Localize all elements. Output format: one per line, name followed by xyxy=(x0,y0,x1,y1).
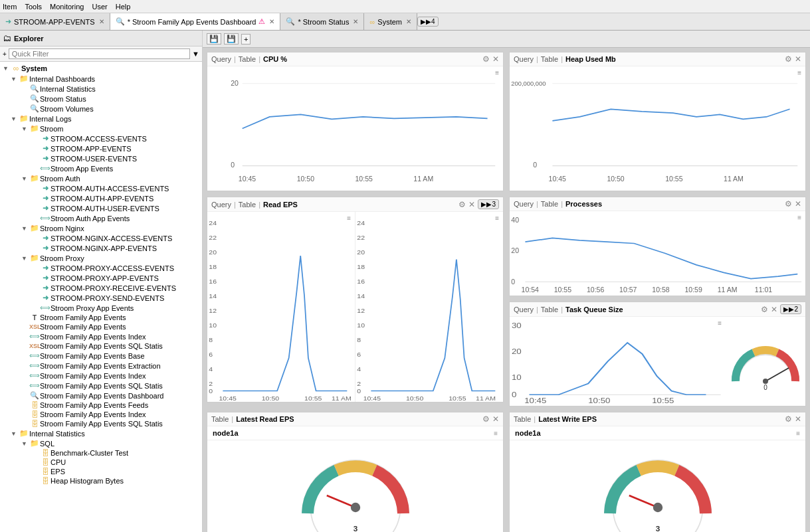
tab-close-icon[interactable]: ✕ xyxy=(269,18,274,25)
table-link-cpu[interactable]: Table xyxy=(239,55,256,63)
sidebar-item-auth-app-events[interactable]: ⟺ Stroom Auth App Events xyxy=(0,213,202,223)
sidebar-item-stroom[interactable]: ▼ 📁 Stroom xyxy=(0,124,202,133)
sidebar-item-proxy-app-events[interactable]: ⟺ Stroom Proxy App Events xyxy=(0,303,202,313)
tab-overflow-badge[interactable]: ▶▶4 xyxy=(417,17,439,27)
sidebar-item-nginx-app[interactable]: ➜ STROOM-NGINX-APP-EVENTS xyxy=(0,243,202,253)
feed-icon: ➜ xyxy=(40,234,51,242)
sidebar-item-family-index[interactable]: ⟺ Stroom Family App Events Index xyxy=(0,331,202,341)
settings-icon[interactable]: ⚙ xyxy=(785,54,792,64)
menu-item-tools[interactable]: Tools xyxy=(25,3,42,11)
table-link-lw[interactable]: Table xyxy=(514,415,531,423)
sidebar-item-stroom-user-events[interactable]: ➜ STROOM-USER-EVENTS xyxy=(0,153,202,163)
sidebar-item-stroom-nginx[interactable]: ▼ 📁 Stroom Nginx xyxy=(0,223,202,233)
barrel-icon3: 🗄 xyxy=(29,410,40,418)
menu-item-monitoring[interactable]: Monitoring xyxy=(50,3,84,11)
tab-stroom-app-events[interactable]: ➜ STROOM-APP-EVENTS ✕ xyxy=(0,13,110,31)
overflow-badge-tq[interactable]: ▶▶2 xyxy=(780,304,801,314)
close-icon[interactable]: ✕ xyxy=(795,199,801,209)
add-button[interactable]: + xyxy=(241,34,251,44)
query-link-cpu[interactable]: Query xyxy=(211,55,231,63)
sidebar-item-family-xsl[interactable]: XSL Stroom Family App Events xyxy=(0,322,202,331)
sidebar-item-stroom-app-ds[interactable]: ⟺ Stroom App Events xyxy=(0,163,202,173)
query-link-proc[interactable]: Query xyxy=(514,200,534,208)
sidebar-item-heap[interactable]: 🗄 Heap Histogram Bytes xyxy=(0,476,202,486)
sidebar-item-stroom-proxy[interactable]: ▼ 📁 Stroom Proxy xyxy=(0,253,202,263)
sidebar-item-label: Internal Dashboards xyxy=(29,75,95,83)
query-link-heap[interactable]: Query xyxy=(514,55,534,63)
table-link-eps[interactable]: Table xyxy=(239,201,256,209)
sidebar-item-proxy-access[interactable]: ➜ STROOM-PROXY-ACCESS-EVENTS xyxy=(0,263,202,273)
sidebar-item-internal-statistics[interactable]: 🔍 Internal Statistics xyxy=(0,84,202,94)
table-link-heap[interactable]: Table xyxy=(541,55,558,63)
menu-item-item[interactable]: Item xyxy=(3,3,17,11)
query-link-tq[interactable]: Query xyxy=(514,306,534,313)
table-link-tq[interactable]: Table xyxy=(541,306,558,313)
sidebar-item-system[interactable]: ▼ ∞ System xyxy=(0,63,202,74)
close-icon[interactable]: ✕ xyxy=(492,54,499,64)
feed-icon: ➜ xyxy=(40,294,51,302)
tab-system[interactable]: ∞ System ✕ xyxy=(364,13,417,31)
tab-close-icon[interactable]: ✕ xyxy=(99,18,104,25)
settings-icon[interactable]: ⚙ xyxy=(482,54,490,64)
sidebar-item-internal-logs[interactable]: ▼ 📁 Internal Logs xyxy=(0,114,202,124)
sidebar-item-family-index2[interactable]: ⟺ Stroom Family App Events Index xyxy=(0,371,202,381)
sidebar-item-nginx-access[interactable]: ➜ STROOM-NGINX-ACCESS-EVENTS xyxy=(0,233,202,243)
feed-icon: ➜ xyxy=(5,17,11,26)
panel-body-latest-write: node1a ≡ 3 xyxy=(510,426,805,532)
tab-close-icon[interactable]: ✕ xyxy=(353,18,358,25)
save-button[interactable]: 💾 xyxy=(207,33,221,44)
settings-icon[interactable]: ⚙ xyxy=(785,414,792,424)
tab-close-icon[interactable]: ✕ xyxy=(406,18,411,25)
filter-options-icon[interactable]: ▼ xyxy=(192,50,199,58)
sidebar-item-cpu[interactable]: 🗄 CPU xyxy=(0,458,202,467)
close-icon[interactable]: ✕ xyxy=(468,200,475,209)
close-icon[interactable]: ✕ xyxy=(795,414,801,424)
sidebar-item-family-feeds-sql[interactable]: 🗄 Stroom Family App Events SQL Statis xyxy=(0,419,202,428)
quick-filter-input[interactable] xyxy=(9,48,190,59)
menu-item-user[interactable]: User xyxy=(92,3,107,11)
tab-stroom-status[interactable]: 🔍 * Stroom Status ✕ xyxy=(280,13,364,31)
settings-icon[interactable]: ⚙ xyxy=(482,414,490,424)
sidebar-item-family-feeds[interactable]: 🗄 Stroom Family App Events Feeds xyxy=(0,400,202,410)
sidebar-item-stroom-volumes[interactable]: 🔍 Stroom Volumes xyxy=(0,104,202,114)
menu-item-help[interactable]: Help xyxy=(116,3,131,11)
sidebar-item-family-text[interactable]: T Stroom Family App Events xyxy=(0,313,202,322)
settings-icon[interactable]: ⚙ xyxy=(458,200,466,209)
tab-stroom-family-dashboard[interactable]: 🔍 * Stroom Family App Events Dashboard ⚠… xyxy=(110,13,281,31)
sidebar-item-family-extract[interactable]: ⟺ Stroom Family App Events Extraction xyxy=(0,361,202,371)
sidebar-item-auth-app[interactable]: ➜ STROOM-AUTH-APP-EVENTS xyxy=(0,193,202,203)
query-link-eps[interactable]: Query xyxy=(211,201,231,209)
close-icon[interactable]: ✕ xyxy=(492,414,499,424)
list-icon: ≡ xyxy=(718,319,722,327)
sidebar-item-proxy-send[interactable]: ➜ STROOM-PROXY-SEND-EVENTS xyxy=(0,293,202,303)
table-link-proc[interactable]: Table xyxy=(541,200,558,208)
sidebar-item-stroom-access-events[interactable]: ➜ STROOM-ACCESS-EVENTS xyxy=(0,133,202,143)
sidebar-item-sql[interactable]: ▼ 📁 SQL xyxy=(0,438,202,448)
sidebar-item-family-dashboard[interactable]: 🔍 Stroom Family App Events Dashboard xyxy=(0,391,202,400)
sidebar-item-proxy-receive[interactable]: ➜ STROOM-PROXY-RECEIVE-EVENTS xyxy=(0,283,202,293)
sidebar-item-family-base[interactable]: ⟺ Stroom Family App Events Base xyxy=(0,351,202,361)
sidebar-item-benchmark[interactable]: 🗄 Benchmark-Cluster Test xyxy=(0,448,202,458)
sidebar-item-internal-statistics-folder[interactable]: ▼ 📁 Internal Statistics xyxy=(0,428,202,438)
sidebar-item-auth-user[interactable]: ➜ STROOM-AUTH-USER-EVENTS xyxy=(0,203,202,213)
sidebar-item-eps[interactable]: 🗄 EPS xyxy=(0,467,202,476)
overflow-badge[interactable]: ▶▶3 xyxy=(478,199,499,209)
add-filter-icon[interactable]: + xyxy=(3,50,7,58)
close-icon[interactable]: ✕ xyxy=(795,54,801,64)
settings-icon[interactable]: ⚙ xyxy=(785,199,792,209)
save-all-button[interactable]: 💾 xyxy=(224,33,239,44)
settings-icon[interactable]: ⚙ xyxy=(761,305,768,314)
sidebar-item-auth-access[interactable]: ➜ STROOM-AUTH-ACCESS-EVENTS xyxy=(0,183,202,193)
sidebar-item-family-sql[interactable]: XSL Stroom Family App Events SQL Statis xyxy=(0,341,202,351)
table-link-lr[interactable]: Table xyxy=(211,415,229,423)
sidebar-item-stroom-app-events[interactable]: ➜ STROOM-APP-EVENTS xyxy=(0,143,202,153)
sidebar-item-family-feeds-index[interactable]: 🗄 Stroom Family App Events Index xyxy=(0,410,202,419)
sidebar-item-proxy-app[interactable]: ➜ STROOM-PROXY-APP-EVENTS xyxy=(0,273,202,283)
sidebar-item-internal-dashboards[interactable]: ▼ 📁 Internal Dashboards xyxy=(0,74,202,84)
gauge-container-lr: 3 xyxy=(207,440,503,532)
sidebar-item-stroom-auth[interactable]: ▼ 📁 Stroom Auth xyxy=(0,173,202,183)
svg-text:10:55: 10:55 xyxy=(652,397,674,404)
close-icon[interactable]: ✕ xyxy=(771,305,777,314)
sidebar-item-stroom-status[interactable]: 🔍 Stroom Status xyxy=(0,94,202,104)
sidebar-item-family-sql2[interactable]: ⟺ Stroom Family App Events SQL Statis xyxy=(0,381,202,391)
